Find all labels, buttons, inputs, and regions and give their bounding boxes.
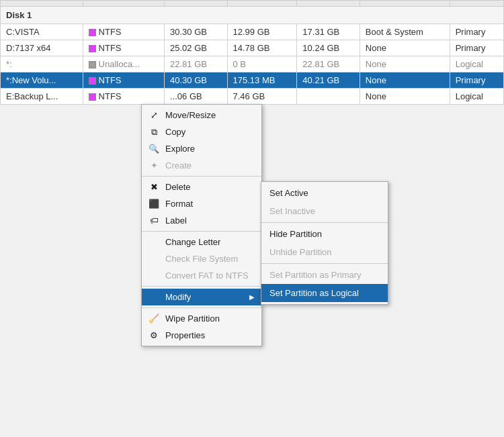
ctx-item-label: Check File System (165, 254, 238, 264)
copy-icon: ⧉ (147, 126, 161, 139)
sub-item-set-active[interactable]: Set Active (261, 184, 388, 202)
ctx-item-move-resize[interactable]: ⤢Move/Resize (142, 107, 261, 124)
ctx-item-delete[interactable]: ✖Delete (142, 179, 261, 195)
sub-item-hide-partition[interactable]: Hide Partition (261, 225, 388, 243)
create-icon: ✦ (147, 159, 161, 173)
ctx-item-explore[interactable]: 🔍Explore (142, 140, 261, 157)
ctx-item-label: Wipe Partition (165, 313, 220, 324)
ctx-item-format[interactable]: ⬛Format (142, 195, 261, 212)
sub-item-set-inactive: Set Inactive (261, 202, 388, 220)
fs-color-dot (89, 93, 96, 101)
ctx-item-wipe[interactable]: 🧹Wipe Partition (142, 310, 261, 327)
ctx-item-copy[interactable]: ⧉Copy (142, 124, 261, 140)
sub-item-set-logical[interactable]: Set Partition as Logical (261, 284, 388, 302)
ctx-separator (142, 176, 261, 177)
sub-item-unhide-partition: Unhide Partition (261, 243, 388, 261)
table-row[interactable]: D:7137 x64NTFS25.02 GB14.78 GB10.24 GBNo… (1, 40, 504, 56)
explore-icon: 🔍 (147, 142, 161, 156)
ctx-item-change-letter[interactable]: Change Letter (142, 234, 261, 250)
ctx-item-label[interactable]: 🏷Label (142, 212, 261, 229)
ctx-item-label: Modify (165, 292, 191, 302)
ctx-item-label: Delete (165, 182, 191, 192)
submenu-arrow-icon: ▶ (249, 293, 255, 301)
fs-color-dot (89, 45, 96, 52)
partition-table: Disk 1C:VISTANTFS30.30 GB12.99 GB17.31 G… (0, 0, 504, 105)
label-icon: 🏷 (147, 214, 161, 228)
ctx-item-label: Change Letter (165, 237, 220, 247)
ctx-item-check-fs: Check File System (142, 250, 261, 267)
delete-icon: ✖ (147, 181, 161, 194)
ctx-separator (142, 231, 261, 232)
ctx-item-convert-fat: Convert FAT to NTFS (142, 267, 261, 284)
col-type (450, 1, 503, 7)
ctx-item-modify[interactable]: Modify▶ (142, 289, 261, 305)
ctx-item-properties[interactable]: ⚙Properties (142, 327, 261, 344)
fs-color-dot (89, 61, 96, 68)
ctx-item-label: Explore (165, 144, 195, 154)
ctx-separator (142, 307, 261, 308)
table-row[interactable]: E:Backup L...NTFS...06 GB7.46 GBNoneLogi… (1, 89, 504, 105)
sub-separator (261, 222, 388, 223)
ctx-item-label: Convert FAT to NTFS (165, 271, 249, 281)
ctx-item-label: Copy (165, 127, 185, 137)
context-menu: ⤢Move/Resize⧉Copy🔍Explore✦Create✖Delete⬛… (141, 104, 262, 346)
ctx-item-label: Create (165, 160, 192, 171)
col-capacity (165, 1, 228, 7)
col-unused (297, 1, 360, 7)
fs-color-dot (89, 77, 96, 85)
props-icon: ⚙ (147, 329, 161, 342)
ctx-item-label: Move/Resize (165, 110, 216, 120)
ctx-item-label: Label (165, 215, 187, 226)
col-partition (1, 1, 83, 7)
wipe-icon: 🧹 (147, 312, 161, 326)
sub-item-set-primary: Set Partition as Primary (261, 266, 388, 284)
ctx-item-label: Properties (165, 330, 205, 340)
table-row[interactable]: *:New Volu...NTFS40.30 GB175.13 MB40.21 … (1, 72, 504, 89)
table-row[interactable]: *:Unalloca...22.81 GB0 B22.81 GBNoneLogi… (1, 56, 504, 72)
move-icon: ⤢ (147, 109, 161, 122)
table-row[interactable]: C:VISTANTFS30.30 GB12.99 GB17.31 GBBoot … (1, 24, 504, 40)
ctx-item-label: Format (165, 199, 193, 209)
ctx-separator (142, 286, 261, 287)
col-used (227, 1, 297, 7)
sub-separator (261, 263, 388, 264)
col-status (360, 1, 450, 7)
ctx-item-create: ✦Create (142, 157, 261, 174)
disk-header-row: Disk 1 (1, 7, 504, 24)
col-filesystem (83, 1, 164, 7)
fs-color-dot (89, 29, 96, 36)
format-icon: ⬛ (147, 197, 161, 211)
submenu: Set ActiveSet InactiveHide PartitionUnhi… (261, 181, 388, 305)
